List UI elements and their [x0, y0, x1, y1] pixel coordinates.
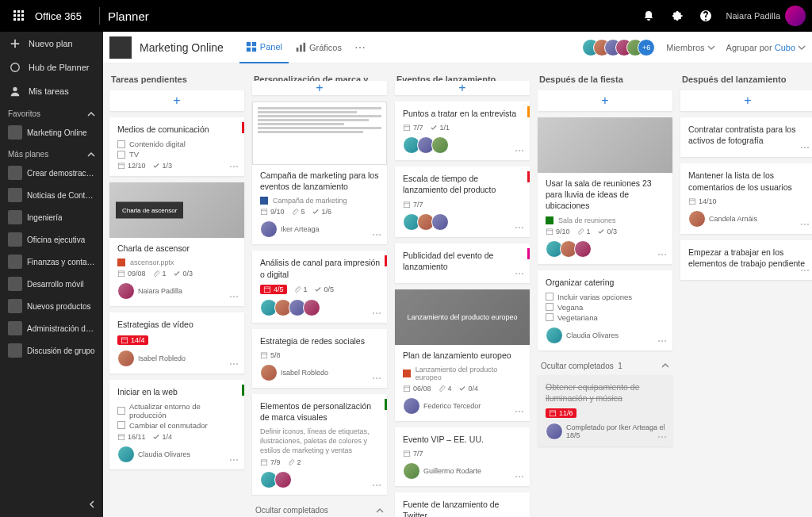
members-dropdown[interactable]: Miembros: [666, 43, 714, 52]
sidebar-plan-item[interactable]: Desarrollo móvil: [0, 273, 103, 295]
task-card[interactable]: Mantener la lista de los comentarios de …: [680, 163, 812, 233]
card-more-icon[interactable]: ⋯: [800, 220, 810, 229]
task-card[interactable]: Iniciar en la webActualizar entorno de p…: [109, 380, 244, 469]
task-card[interactable]: Análisis de canal para impresión o digit…: [252, 251, 387, 322]
task-card[interactable]: Puntos a tratar en la entrevista7/71/1⋯: [395, 101, 530, 160]
group-by-dropdown[interactable]: Agrupar por Cubo: [726, 43, 806, 52]
card-more-icon[interactable]: ⋯: [800, 143, 810, 152]
sidebar-plan-item[interactable]: Noticias de Contoso: [0, 184, 103, 206]
add-task-button[interactable]: +: [395, 81, 530, 95]
card-more-icon[interactable]: ⋯: [515, 407, 525, 416]
bucket-title[interactable]: Personalización de marca y mensajería: [252, 71, 387, 81]
sidebar-plan-item[interactable]: Discusión de grupo: [0, 339, 103, 362]
attachment-link[interactable]: Lanzamiento del producto europeo: [403, 366, 523, 381]
card-title: Mantener la lista de los comentarios de …: [688, 170, 809, 192]
task-card[interactable]: Usar la sala de reuniones 23 para lluvia…: [538, 117, 672, 264]
card-more-icon[interactable]: ⋯: [229, 292, 239, 301]
hub-button[interactable]: Hub de Planner: [0, 56, 103, 79]
task-card[interactable]: Contratar contratista para los activos d…: [680, 117, 812, 157]
checklist-item[interactable]: Vegetariana: [546, 313, 666, 322]
card-more-icon[interactable]: ⋯: [657, 432, 668, 442]
board: Tareas pendientes+Medios de comunicación…: [103, 63, 812, 517]
bucket-title[interactable]: Tareas pendientes: [109, 71, 244, 90]
completed-by: Completado por Iker Arteaga el 18/5: [546, 423, 666, 440]
card-more-icon[interactable]: ⋯: [229, 359, 239, 369]
bucket-title[interactable]: Después de la fiesta: [538, 71, 672, 90]
checklist-item[interactable]: Vegana: [546, 303, 666, 312]
task-card[interactable]: Publicidad del evento de lanzamiento⋯: [395, 243, 530, 283]
avatar: [546, 423, 563, 440]
task-card[interactable]: Estrategia de redes sociales5/8Isabel Ro…: [252, 329, 387, 388]
sidebar-plan-item[interactable]: Finanzas y contabilidad: [0, 251, 103, 273]
task-card[interactable]: Fuente de lanzamiento de Twitter31/3Isab…: [395, 492, 530, 517]
card-more-icon[interactable]: ⋯: [657, 250, 668, 259]
task-card[interactable]: Charla de ascensorCharla de ascensorasce…: [109, 182, 244, 306]
hide-completed-toggle[interactable]: Ocultar completados: [252, 501, 387, 517]
help-icon[interactable]: [691, 0, 720, 32]
more-plans-header[interactable]: Más planes: [0, 144, 103, 162]
more-menu-icon[interactable]: ⋯: [348, 41, 373, 54]
card-more-icon[interactable]: ⋯: [372, 308, 382, 318]
task-card[interactable]: Lanzamiento del producto europeoPlan de …: [395, 289, 530, 421]
attachment-link[interactable]: Sala de reuniones: [546, 216, 666, 224]
sidebar-plan-item[interactable]: Crear demostración: [0, 162, 103, 184]
card-more-icon[interactable]: ⋯: [372, 230, 382, 239]
card-more-icon[interactable]: ⋯: [515, 146, 525, 155]
checklist-item[interactable]: Cambiar el conmutador: [117, 421, 238, 430]
checklist-item[interactable]: TV: [117, 150, 238, 159]
checklist-item[interactable]: Incluir varias opciones: [546, 293, 666, 301]
task-card[interactable]: Organizar cateringIncluir varias opcione…: [538, 270, 672, 350]
attachment-link[interactable]: Campaña de marketing: [260, 197, 381, 205]
sidebar-plan-item[interactable]: Marketing Online: [0, 121, 103, 144]
task-card[interactable]: Medios de comunicaciónContenido digitalT…: [109, 117, 244, 176]
sidebar-plan-item[interactable]: Oficina ejecutiva: [0, 228, 103, 251]
tab-panel[interactable]: Panel: [239, 32, 289, 63]
card-more-icon[interactable]: ⋯: [515, 472, 525, 481]
card-more-icon[interactable]: ⋯: [515, 223, 525, 232]
card-more-icon[interactable]: ⋯: [515, 269, 525, 278]
add-task-button[interactable]: +: [538, 90, 672, 111]
card-more-icon[interactable]: ⋯: [372, 481, 382, 490]
category-color: [242, 385, 244, 396]
favorites-header[interactable]: Favoritos: [0, 103, 103, 121]
card-more-icon[interactable]: ⋯: [229, 455, 239, 465]
avatar: [574, 240, 592, 258]
card-more-icon[interactable]: ⋯: [800, 266, 810, 275]
hub-icon: [8, 60, 22, 75]
badges: 7/7: [403, 450, 523, 458]
hide-completed-toggle[interactable]: Ocultar completados 1: [538, 357, 672, 375]
checklist-badge: 0/5: [314, 285, 335, 293]
sidebar-plan-item[interactable]: Ingeniería: [0, 206, 103, 228]
tab-charts[interactable]: Gráficos: [289, 32, 348, 63]
sidebar-plan-item[interactable]: Nuevos productos: [0, 295, 103, 317]
task-card[interactable]: Estrategias de vídeo14/4Isabel Robledo⋯: [109, 312, 244, 373]
checklist-item[interactable]: Actualizar entorno de producción: [117, 402, 238, 419]
plan-members[interactable]: +6: [585, 39, 655, 56]
my-tasks-button[interactable]: Mis tareas: [0, 79, 103, 103]
bucket-title[interactable]: Después del lanzamiento: [680, 71, 812, 90]
bucket-title[interactable]: Eventos de lanzamiento: [395, 71, 530, 81]
card-more-icon[interactable]: ⋯: [372, 373, 382, 383]
card-more-icon[interactable]: ⋯: [657, 336, 668, 346]
add-task-button[interactable]: +: [252, 81, 387, 95]
settings-icon[interactable]: [663, 0, 691, 32]
checklist-item[interactable]: Contenido digital: [117, 140, 238, 148]
task-card[interactable]: Obtener equipamiento de iluminación y mú…: [538, 375, 672, 446]
collapse-sidebar-button[interactable]: [87, 500, 97, 511]
category-color: [385, 255, 387, 266]
new-plan-button[interactable]: Nuevo plan: [0, 32, 103, 56]
user-avatar[interactable]: [785, 6, 806, 26]
task-card[interactable]: Elementos de personalización de marca vi…: [252, 394, 387, 495]
task-card[interactable]: Escala de tiempo de lanzamiento del prod…: [395, 167, 530, 236]
attachment-link[interactable]: ascensor.pptx: [117, 258, 238, 266]
task-card[interactable]: Campaña de marketing para los eventos de…: [252, 101, 387, 244]
app-launcher-icon[interactable]: [6, 3, 32, 29]
notifications-icon[interactable]: [634, 0, 663, 32]
task-card[interactable]: Empezar a trabajar en los elementos de t…: [680, 240, 812, 280]
sidebar-plan-item[interactable]: Administración de pro...: [0, 317, 103, 339]
card-title: Análisis de canal para impresión o digit…: [260, 257, 381, 279]
add-task-button[interactable]: +: [109, 90, 244, 111]
task-card[interactable]: Evento VIP – EE. UU.7/7Guillermo Rodarte…: [395, 427, 530, 486]
add-task-button[interactable]: +: [680, 90, 812, 111]
card-more-icon[interactable]: ⋯: [229, 162, 239, 171]
